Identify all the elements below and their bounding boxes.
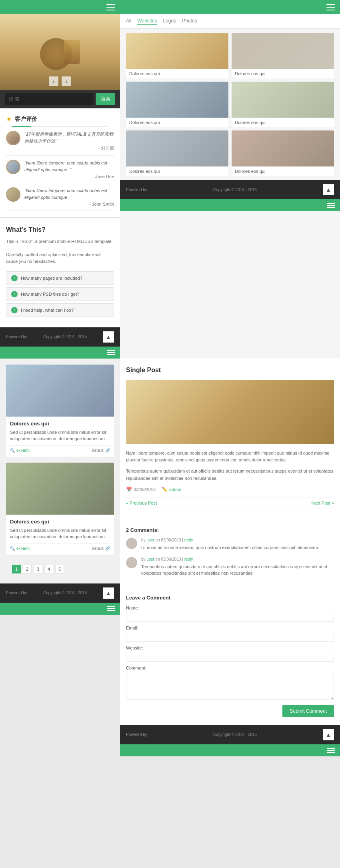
email-input[interactable] — [126, 632, 334, 641]
faq-icon-1: + — [11, 275, 18, 281]
scroll-up-btn-left-bottom[interactable]: ▲ — [103, 587, 114, 599]
page-wrapper: ‹ › 搜索 ★ 客户评价 — [0, 0, 340, 756]
website-label: Website: — [126, 645, 334, 650]
comment-reply-1[interactable]: reply — [184, 538, 193, 542]
menu-icon-right[interactable] — [326, 4, 335, 10]
bottom-section: Dolores eos qui Sed ut perspiciatis unde… — [0, 359, 340, 756]
filter-websites[interactable]: Websites — [137, 17, 157, 25]
portfolio-item-2[interactable]: Dolores eos qui — [232, 33, 334, 78]
footer-powered-right-bottom: Powered by — [126, 732, 147, 737]
name-field: Name: — [126, 605, 334, 621]
search-input[interactable] — [5, 93, 94, 105]
comments-section: 2 Comments: by user on 03/06/2013 | repl… — [120, 521, 340, 589]
name-label: Name: — [126, 605, 334, 610]
comment-avatar-2 — [126, 557, 137, 568]
details-label-1: details — [92, 448, 104, 453]
portfolio-label-1: Dolores eos qui — [126, 69, 228, 78]
menu-icon-footer-left[interactable] — [107, 350, 115, 355]
details-label-2: details — [92, 546, 104, 551]
website-field: Website: — [126, 645, 334, 662]
page-btn-2[interactable]: 2 — [23, 565, 32, 573]
hero-next-btn[interactable]: › — [62, 76, 71, 86]
faq-item-3[interactable]: + I need help, what can I do? — [6, 303, 114, 317]
search-icon-2: 🔍 — [10, 546, 15, 551]
faq-item-2[interactable]: + How many PSD files do I get? — [6, 287, 114, 301]
menu-icon-footer-right-bottom[interactable] — [327, 748, 335, 753]
footer-green-right-top — [120, 199, 340, 211]
blog-thumb-1 — [6, 365, 114, 417]
page-btn-3[interactable]: 3 — [34, 565, 42, 573]
comment-textarea[interactable] — [126, 672, 334, 700]
portfolio-label-2: Dolores eos qui — [232, 69, 334, 78]
footer-green-left-bottom — [0, 603, 120, 615]
footer-green-right-bottom — [120, 744, 340, 756]
blog-thumb-2 — [6, 463, 114, 515]
expand-label-1: expand — [16, 448, 30, 453]
page-btn-5[interactable]: 5 — [55, 565, 64, 573]
link-icon-2: 🔗 — [105, 546, 110, 551]
form-submit-row: Submit Comment — [126, 705, 334, 719]
whatisthis-section: What's This? This is "Vizio", a premium … — [0, 217, 120, 327]
blog-item-1: Dolores eos qui Sed ut perspiciatis unde… — [6, 365, 114, 457]
comment-reply-2[interactable]: reply — [184, 557, 193, 561]
blog-expand-btn-1[interactable]: 🔍 expand — [10, 448, 30, 453]
filter-logos[interactable]: Logos — [163, 17, 176, 25]
blog-desc-2: Sed ut perspiciatis unde omnis iste natu… — [10, 527, 110, 540]
faq-item-1[interactable]: + How many pages are included? — [6, 271, 114, 285]
portfolio-filter: All Websites Logos Photos — [120, 14, 340, 29]
page-btn-1[interactable]: 1 — [12, 565, 21, 573]
footer-left-top: Powered by Copyright © 2014 - 2015 ▲ — [0, 327, 120, 347]
footer-powered-left-top: Powered by — [6, 335, 27, 339]
single-post-section: Single Post Nam libero tempore, cum solu… — [120, 359, 340, 521]
blog-content-1: Dolores eos qui Sed ut perspiciatis unde… — [6, 417, 114, 457]
blog-section: Dolores eos qui Sed ut perspiciatis unde… — [0, 359, 120, 583]
filter-photos[interactable]: Photos — [182, 17, 197, 25]
next-post-link[interactable]: Next Post » — [311, 501, 334, 505]
menu-icon-footer-left-bottom[interactable] — [107, 606, 115, 611]
prev-post-link[interactable]: « Previous Post — [126, 501, 157, 505]
hero-nav[interactable]: ‹ › — [49, 76, 71, 86]
expand-label-2: expand — [16, 546, 30, 551]
portfolio-item-3[interactable]: Dolores eos qui — [126, 82, 228, 127]
portfolio-item-1[interactable]: Dolores eos qui — [126, 33, 228, 78]
filter-all[interactable]: All — [126, 17, 131, 25]
blog-details-btn-1[interactable]: details 🔗 — [92, 448, 110, 453]
comment-user-2[interactable]: user — [146, 557, 154, 561]
review-author-3: - John Smith — [24, 202, 114, 206]
page-btn-4[interactable]: 4 — [44, 565, 53, 573]
hero-prev-btn[interactable]: ‹ — [49, 76, 58, 86]
post-date-value: 03/06/2013 — [134, 487, 156, 492]
reviews-section: ★ 客户评价 "17年射所幸像表面，遵HTML及非其直统究我的修往少季仿运 " … — [0, 108, 120, 217]
portfolio-label-5: Dolores eos qui — [126, 166, 228, 176]
comment-item-2: by user on 03/06/2013 | reply Temporibus… — [126, 557, 334, 577]
scroll-up-btn-left-top[interactable]: ▲ — [103, 331, 114, 343]
post-nav: « Previous Post Next Post » — [126, 497, 334, 509]
search-button[interactable]: 搜索 — [96, 93, 115, 105]
blog-expand-btn-2[interactable]: 🔍 expand — [10, 546, 30, 551]
website-input[interactable] — [126, 652, 334, 662]
portfolio-item-6[interactable]: Dolores eos qui — [232, 130, 334, 176]
portfolio-item-5[interactable]: Dolores eos qui — [126, 130, 228, 176]
portfolio-item-4[interactable]: Dolores eos qui — [232, 82, 334, 127]
scroll-up-btn-right-bottom[interactable]: ▲ — [323, 729, 334, 740]
faq-icon-2: + — [11, 291, 18, 297]
name-input[interactable] — [126, 612, 334, 621]
post-author: ✏️ admin — [162, 487, 181, 492]
comment-form-title: Leave a Comment — [126, 595, 334, 601]
blog-item-2: Dolores eos qui Sed ut perspiciatis unde… — [6, 463, 114, 555]
menu-icon-left[interactable] — [106, 4, 115, 10]
whatisthis-title: What's This? — [6, 226, 114, 233]
scroll-up-btn-right-top[interactable]: ▲ — [323, 184, 334, 195]
portfolio-grid: Dolores eos qui Dolores eos qui Dolores … — [120, 29, 340, 180]
whatisthis-desc1: This is "Vizio", a premium mobile HTML/C… — [6, 238, 114, 245]
comment-content-2: by user on 03/06/2013 | reply Temporibus… — [141, 557, 334, 577]
menu-icon-footer-right[interactable] — [327, 203, 335, 208]
review-item-2: "Nam libero tempore, cum soluta nobis es… — [6, 156, 114, 183]
nav-bar-right — [120, 0, 340, 14]
blog-desc-1: Sed ut perspiciatis unde omnis iste natu… — [10, 429, 110, 442]
blog-details-btn-2[interactable]: details 🔗 — [92, 546, 110, 551]
submit-comment-btn[interactable]: Submit Comment — [282, 705, 334, 717]
comment-user-1[interactable]: user — [146, 538, 154, 542]
review-item-1: "17年射所幸像表面，遵HTML及非其直统究我的修往少季仿运 " - 刘佳部 — [6, 127, 114, 156]
review-content-3: "Nam libero tempore, cum soluta nobis es… — [24, 187, 114, 206]
